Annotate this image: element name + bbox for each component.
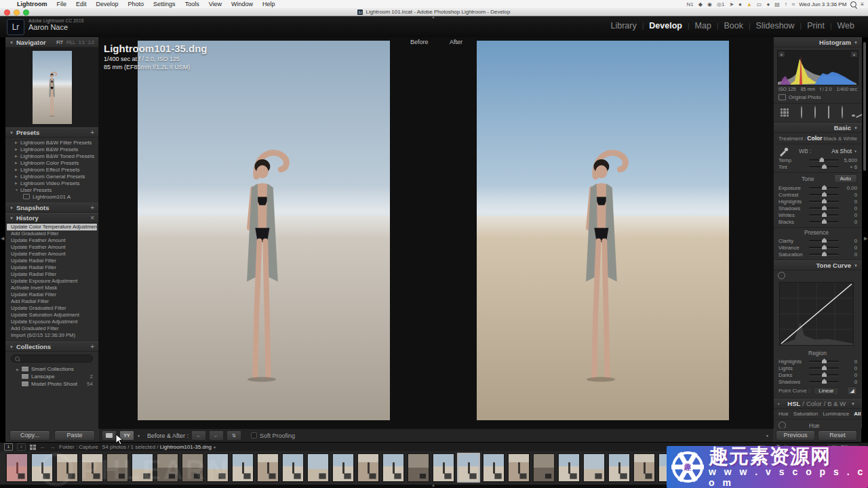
basic-header[interactable]: Basic ▼ [774,123,862,133]
module-develop[interactable]: Develop [644,21,688,30]
history-step[interactable]: Add Graduated Filter [5,325,98,332]
history-step[interactable]: Add Graduated Filter [5,230,98,237]
point-curve-value[interactable]: Linear [814,387,838,395]
slider-shadows[interactable]: Shadows0 [774,205,862,211]
add-preset-button[interactable]: + [90,129,94,136]
navigator-zoom-fill[interactable]: FILL [66,40,75,45]
graduated-filter-tool[interactable] [828,106,829,119]
module-map[interactable]: Map [690,21,717,30]
filmstrip-thumb[interactable] [382,453,405,483]
hsl-title[interactable]: HSL [787,400,800,407]
module-web[interactable]: Web [832,21,860,30]
filmstrip-thumb[interactable] [633,453,656,483]
minimize-window-button[interactable] [14,9,20,16]
slider-track[interactable] [809,361,839,362]
history-step[interactable]: Update Radial Filter [5,258,98,264]
navigator-zoom-1-1[interactable]: 1:1 [79,40,85,45]
preset-folder[interactable]: ▶Lightroom B&W Filter Presets [5,139,98,146]
filmstrip-thumb[interactable] [281,453,304,483]
filmstrip-thumb[interactable] [332,453,355,483]
auto-tone-button[interactable]: Auto [834,174,857,183]
copy-before-to-after-button[interactable]: ← [191,430,206,441]
display-status-icon[interactable]: ▭ [757,1,762,7]
slider-thumb[interactable] [822,365,827,370]
filmstrip-thumb[interactable] [432,453,455,483]
slider-track[interactable] [809,207,839,209]
slider-thumb[interactable] [822,205,827,210]
history-step[interactable]: Update Color Temperature Adjustment [7,224,97,230]
menu-item-edit[interactable]: Edit [71,1,92,7]
collections-search-input[interactable] [11,354,93,363]
filmstrip-thumb[interactable] [256,453,279,483]
collection-item[interactable]: ▶Smart Collections [5,365,98,373]
module-print[interactable]: Print [802,21,830,30]
slider-track[interactable] [809,187,839,188]
slider-thumb[interactable] [822,238,827,243]
notes-status-icon[interactable]: N1 [687,1,694,7]
add-snapshot-button[interactable]: + [90,204,94,211]
filmstrip-thumb[interactable] [608,453,631,483]
filmstrip-thumb[interactable] [307,453,330,483]
preset-folder[interactable]: ▶Lightroom B&W Presets [5,146,98,152]
slider-thumb[interactable] [822,192,827,197]
edit-point-curve-button[interactable]: ◢ [847,386,857,395]
history-header[interactable]: ▼ History × [5,213,98,223]
spot-removal-tool[interactable] [801,106,802,119]
slider-exposure[interactable]: Exposure0.00 [774,184,862,191]
menu-item-view[interactable]: View [204,1,226,7]
vpn-status-icon[interactable]: ◆ [698,1,703,7]
slider-thumb[interactable] [822,199,827,203]
folder-triangle-icon[interactable]: ▼ [15,188,20,192]
history-step[interactable]: Update Saturation Adjustment [5,312,98,319]
hsl-tab-hue[interactable]: Hue [778,411,789,417]
histogram-graph[interactable]: ▲ ▲ [777,50,859,85]
presets-header[interactable]: ▼ Presets + [5,127,98,138]
slider-track[interactable] [809,214,839,216]
add-collection-button[interactable]: + [90,343,94,350]
preset-folder[interactable]: ▶Lightroom Effect Presets [5,166,98,173]
share-status-icon[interactable]: ➤ [729,1,734,7]
slider-track[interactable] [809,240,839,241]
filmstrip-caret-icon[interactable]: ▼ [213,445,216,449]
hsl-tab-luminance[interactable]: Luminance [823,411,849,417]
show-left-panel-arrow[interactable]: ◀ [1,236,4,241]
filmstrip-folder[interactable]: Folder : Capture [59,444,98,450]
filmstrip-filename[interactable]: Lightroom101-35.dng [160,444,212,450]
toolbar-options-caret-icon[interactable]: ▼ [766,434,769,438]
paste-button[interactable]: Paste [54,430,95,441]
filmstrip-thumb[interactable] [5,453,28,483]
snapshots-header[interactable]: ▼ Snapshots + [5,203,98,213]
navigator-zoom-fit[interactable]: FIT [56,40,63,45]
slider-darks[interactable]: Darks0 [774,371,862,378]
slider-clarity[interactable]: Clarity0 [774,237,862,244]
history-step[interactable]: Activate Invert Mask [5,285,98,291]
hide-filmstrip-arrow[interactable]: ▼ [431,484,435,488]
menu-item-develop[interactable]: Develop [92,1,123,7]
menu-item-settings[interactable]: Settings [149,1,180,7]
menu-item-window[interactable]: Window [226,1,258,7]
spotlight-icon[interactable] [850,1,856,7]
bell-status-icon[interactable]: ● [766,1,770,7]
show-right-panel-arrow[interactable]: ▶ [864,236,867,241]
history-step[interactable]: Update Feather Amount [5,244,98,251]
copy-after-to-before-button[interactable]: ← [209,430,224,441]
slider-track[interactable] [809,201,839,202]
slider-shadows[interactable]: Shadows0 [774,378,862,385]
filmstrip-thumb[interactable] [507,453,530,483]
color-title[interactable]: Color [806,400,822,407]
alert-status-icon[interactable]: ▲ [747,1,752,7]
previous-photo-arrow[interactable]: ← [40,444,45,450]
filmstrip-thumb[interactable] [357,453,380,483]
slider-highlights[interactable]: Highlights0 [774,198,862,205]
tone-curve-graph[interactable] [779,282,854,346]
slider-thumb[interactable] [822,164,827,169]
slider-highlights[interactable]: Highlights0 [774,358,862,365]
history-step[interactable]: Update Radial Filter [5,271,98,278]
menu-item-file[interactable]: File [52,1,72,7]
menu-item-lightroom[interactable]: Lightroom [12,1,52,7]
bw-title[interactable]: B & W [827,400,846,407]
slider-track[interactable] [809,381,839,382]
main-screen-button[interactable]: 1 [4,443,13,451]
treatment-color-option[interactable]: Color [807,135,822,142]
slider-track[interactable] [809,194,839,195]
